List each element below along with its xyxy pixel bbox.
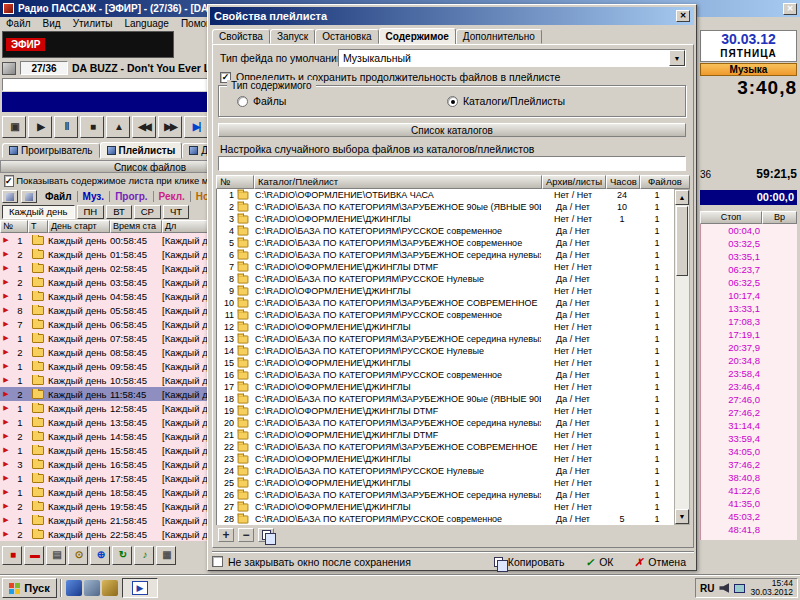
refresh-button[interactable]: ↻ <box>112 546 132 565</box>
stop-time-row[interactable]: 20:34,8 <box>701 354 797 367</box>
remove-catalog-button[interactable]: − <box>238 528 254 542</box>
stop-time-row[interactable]: 37:46,2 <box>701 458 797 471</box>
tab-player[interactable]: Проигрыватель <box>2 143 100 158</box>
clock-button[interactable]: ⊙ <box>68 546 88 565</box>
cancel-button[interactable]: ✗Отмена <box>627 556 695 568</box>
scroll-thumb[interactable] <box>676 206 688 276</box>
shortcut-3-icon[interactable] <box>102 580 118 596</box>
playlist-column-header[interactable]: День старт <box>48 220 110 233</box>
catalog-row[interactable]: 6C:\RADIO\БАЗА ПО КАТЕГОРИЯМ\ЗАРУБЕЖНОЕ … <box>217 249 674 261</box>
stop-time-row[interactable]: 06:32,5 <box>701 276 797 289</box>
tab-playlists[interactable]: Плейлисты <box>100 142 183 159</box>
start-button[interactable]: Пуск <box>2 578 57 598</box>
pause-button[interactable]: ‖ <box>54 116 78 138</box>
stop-time-row[interactable]: 48:41,8 <box>701 523 797 536</box>
trash-button[interactable]: ▤ <box>46 546 66 565</box>
dialog-tab[interactable]: Дополнительно <box>456 29 542 44</box>
stop-button[interactable]: ■ <box>80 116 104 138</box>
shortcut-2-icon[interactable] <box>84 580 100 596</box>
menu-item[interactable]: Утилиты <box>67 18 119 29</box>
add-catalog-button[interactable]: + <box>218 528 234 542</box>
catalog-row[interactable]: 11C:\RADIO\БАЗА ПО КАТЕГОРИЯМ\РУССКОЕ со… <box>217 309 674 321</box>
show-content-checkbox[interactable]: ✓ <box>4 175 14 187</box>
day-button[interactable]: ВТ <box>106 205 132 219</box>
catalog-column-header[interactable]: Каталог/Плейлист <box>254 175 542 189</box>
catalog-row[interactable]: 1C:\RADIO\ОФОРМЛЕНИЕ\ОТБИВКА ЧАСАНет / Н… <box>217 189 674 201</box>
day-button[interactable]: СР <box>134 205 161 219</box>
catalog-column-header[interactable]: № <box>216 175 254 189</box>
catalog-row[interactable]: 26C:\RADIO\БАЗА ПО КАТЕГОРИЯМ\ЗАРУБЕЖНОЕ… <box>217 489 674 501</box>
keep-open-checkbox[interactable] <box>212 556 223 567</box>
main-close-button[interactable]: ✕ <box>783 3 797 15</box>
catalog-row[interactable]: 17C:\RADIO\ОФОРМЛЕНИЕ\ДЖИНГЛЫНет / Нет1 <box>217 381 674 393</box>
dialog-tab[interactable]: Запуск <box>270 29 315 44</box>
day-button[interactable]: ЧТ <box>163 205 189 219</box>
catalog-row[interactable]: 21C:\RADIO\ОФОРМЛЕНИЕ\ДЖИНГЛЫ DTMFНет / … <box>217 429 674 441</box>
stop-time-row[interactable]: 33:59,4 <box>701 432 797 445</box>
dialog-tab[interactable]: Остановка <box>315 29 378 44</box>
dialog-tab[interactable]: Содержимое <box>379 28 456 45</box>
category-tool-2-button[interactable] <box>21 190 37 203</box>
stop-time-row[interactable]: 20:37,9 <box>701 341 797 354</box>
catalog-column-header[interactable]: Часов <box>606 175 640 189</box>
vr-column-header[interactable]: Вр <box>762 211 797 224</box>
catalog-row[interactable]: 13C:\RADIO\БАЗА ПО КАТЕГОРИЯМ\ЗАРУБЕЖНОЕ… <box>217 333 674 345</box>
menu-item[interactable]: Файл <box>0 18 37 29</box>
day-button[interactable]: Каждый день <box>2 205 75 219</box>
stop-time-row[interactable]: 03:32,5 <box>701 237 797 250</box>
catalog-row[interactable]: 7C:\RADIO\ОФОРМЛЕНИЕ\ДЖИНГЛЫ DTMFНет / Н… <box>217 261 674 273</box>
stop-all-button[interactable]: ■ <box>2 546 22 565</box>
catalog-row[interactable]: 18C:\RADIO\БАЗА ПО КАТЕГОРИЯМ\ЗАРУБЕЖНОЕ… <box>217 393 674 405</box>
stop-time-row[interactable]: 23:58,4 <box>701 367 797 380</box>
random-config-input[interactable] <box>218 156 686 171</box>
catalog-row[interactable]: 9C:\RADIO\ОФОРМЛЕНИЕ\ДЖИНГЛЫНет / Нет1 <box>217 285 674 297</box>
playlist-column-header[interactable]: № <box>0 220 28 233</box>
duplicate-catalog-button[interactable] <box>258 528 274 542</box>
stop-time-row[interactable]: 31:14,4 <box>701 419 797 432</box>
category-tool-1-button[interactable] <box>2 190 18 203</box>
audio-button[interactable]: ♪ <box>134 546 154 565</box>
catalog-column-header[interactable]: Архив/листы <box>542 175 606 189</box>
display-icon[interactable] <box>734 584 745 593</box>
stop-time-row[interactable]: 03:35,1 <box>701 250 797 263</box>
playlist-column-header[interactable]: Т <box>28 220 48 233</box>
grid-button[interactable]: ▦ <box>156 546 176 565</box>
stop-time-row[interactable]: 41:35,0 <box>701 497 797 510</box>
catalog-row[interactable]: 3C:\RADIO\ОФОРМЛЕНИЕ\ДЖИНГЛЫНет / Нет11 <box>217 213 674 225</box>
catalog-row[interactable]: 19C:\RADIO\ОФОРМЛЕНИЕ\ДЖИНГЛЫ DTMFНет / … <box>217 405 674 417</box>
globe-button[interactable]: ⊕ <box>90 546 110 565</box>
stop-time-row[interactable]: 17:19,1 <box>701 328 797 341</box>
stop-time-row[interactable]: 10:17,4 <box>701 289 797 302</box>
category-tab[interactable]: Рекл. <box>154 191 190 202</box>
stop-time-row[interactable]: 23:46,4 <box>701 380 797 393</box>
catalogs-radio[interactable]: Каталоги/Плейлисты <box>447 95 565 107</box>
catalog-row[interactable]: 28C:\RADIO\БАЗА ПО КАТЕГОРИЯМ\РУССКОЕ со… <box>217 513 674 525</box>
stop-time-row[interactable]: 45:03,2 <box>701 510 797 523</box>
keyboard-layout-indicator[interactable]: RU <box>700 583 714 594</box>
catalog-row[interactable]: 4C:\RADIO\БАЗА ПО КАТЕГОРИЯМ\РУССКОЕ сов… <box>217 225 674 237</box>
playlist-column-header[interactable]: Время ста <box>110 220 162 233</box>
taskbar-app-button[interactable]: ▶ <box>122 578 158 598</box>
next-track-button[interactable]: ▶| <box>184 116 208 138</box>
catalog-row[interactable]: 15C:\RADIO\ОФОРМЛЕНИЕ\ДЖИНГЛЫНет / Нет1 <box>217 357 674 369</box>
menu-item[interactable]: Language <box>118 18 175 29</box>
scroll-down-icon[interactable]: ▼ <box>675 509 689 524</box>
catalog-row[interactable]: 10C:\RADIO\БАЗА ПО КАТЕГОРИЯМ\ЗАРУБЕЖНОЕ… <box>217 297 674 309</box>
volume-icon[interactable] <box>719 583 729 593</box>
fast-forward-button[interactable]: ▶▶ <box>158 116 182 138</box>
copy-list-button[interactable]: ▣ <box>2 116 26 138</box>
catalog-row[interactable]: 22C:\RADIO\БАЗА ПО КАТЕГОРИЯМ\ЗАРУБЕЖНОЕ… <box>217 441 674 453</box>
catalog-row[interactable]: 25C:\RADIO\ОФОРМЛЕНИЕ\ДЖИНГЛЫНет / Нет1 <box>217 477 674 489</box>
taskbar-clock[interactable]: 15:44 30.03.2012 <box>750 579 793 597</box>
catalog-row[interactable]: 14C:\RADIO\БАЗА ПО КАТЕГОРИЯМ\РУССКОЕ Ну… <box>217 345 674 357</box>
stop-time-row[interactable]: 27:46,2 <box>701 406 797 419</box>
shortcut-1-icon[interactable] <box>66 580 82 596</box>
catalog-column-header[interactable]: Файлов <box>640 175 690 189</box>
chevron-down-icon[interactable]: ▼ <box>669 50 685 66</box>
stop-time-row[interactable]: 41:22,6 <box>701 484 797 497</box>
category-tab[interactable]: Прогр. <box>110 191 152 202</box>
category-tab[interactable]: Файл <box>40 191 77 202</box>
menu-item[interactable]: Вид <box>37 18 67 29</box>
catalog-row[interactable]: 24C:\RADIO\БАЗА ПО КАТЕГОРИЯМ\РУССКОЕ Ну… <box>217 465 674 477</box>
catalog-row[interactable]: 12C:\RADIO\ОФОРМЛЕНИЕ\ДЖИНГЛЫНет / Нет1 <box>217 321 674 333</box>
